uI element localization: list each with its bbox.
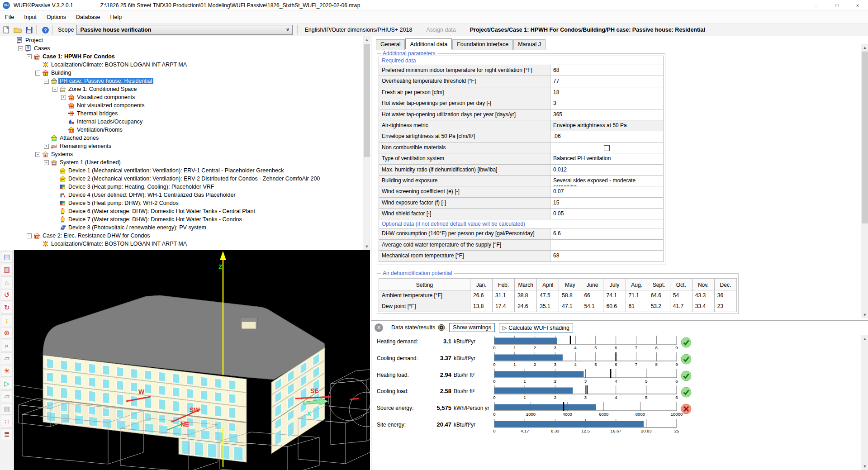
parameter-value[interactable]: 68 xyxy=(550,65,663,76)
grid-tool[interactable]: ▦ xyxy=(1,403,13,415)
calculate-wufi-shading-button[interactable]: ▷ Calculate WUFI shading xyxy=(499,323,573,332)
tree-item-label[interactable]: Localization/Climate: BOSTON LOGAN INT A… xyxy=(50,62,188,68)
parameter-value[interactable]: 68 xyxy=(550,251,663,261)
parameter-value[interactable]: 0.07 xyxy=(550,186,663,197)
scope-dropdown[interactable]: Passive house verification ∨ xyxy=(76,25,293,35)
tree-item-label[interactable]: Building xyxy=(50,70,72,76)
cell-value[interactable]: 33.4 xyxy=(693,301,715,312)
close-results-icon[interactable]: ✕ xyxy=(375,323,383,332)
cell-value[interactable]: 71.1 xyxy=(626,290,648,301)
tree-item-label[interactable]: Cases xyxy=(33,45,51,52)
cell-value[interactable]: 64.6 xyxy=(648,290,670,301)
tree-expand-collapse-icon[interactable]: − xyxy=(52,87,57,92)
cell-value[interactable]: 60.6 xyxy=(603,301,626,312)
scroll-up-icon[interactable]: ▲ xyxy=(861,44,868,51)
tree-item-label[interactable]: Ventilation/Rooms xyxy=(76,127,124,133)
points-tool[interactable]: ∷ xyxy=(1,416,13,427)
cell-value[interactable]: 43.3 xyxy=(693,290,715,301)
rotate-x-tool[interactable]: ↺ xyxy=(1,289,13,301)
tree-expand-collapse-icon[interactable]: − xyxy=(44,160,49,165)
minimize-button[interactable]: – xyxy=(806,0,826,11)
results-scrollbar[interactable]: ▲ ▼ xyxy=(861,335,868,470)
parameter-value[interactable]: 6.6 xyxy=(550,228,663,239)
tree-item-label[interactable]: PH case: Passive house: Residential xyxy=(58,78,153,84)
rotate-y-tool[interactable]: ↻ xyxy=(1,302,13,313)
assign-data-button[interactable]: Assign data xyxy=(426,27,455,33)
cell-value[interactable]: 74.1 xyxy=(603,290,626,301)
tree-item-label[interactable]: Systems xyxy=(50,151,74,157)
tree-scrollbar[interactable]: ▲ ▼ xyxy=(363,36,370,250)
tree-expand-collapse-icon[interactable]: − xyxy=(18,46,23,51)
cell-value[interactable]: 58.8 xyxy=(559,290,581,301)
show-warnings-button[interactable]: Show warnings xyxy=(449,323,495,332)
cell-value[interactable]: 23 xyxy=(715,301,736,312)
menu-item-input[interactable]: Input xyxy=(19,11,42,24)
tree-item-label[interactable]: Thermal bridges xyxy=(76,110,119,117)
parameter-value[interactable]: 3 xyxy=(550,98,663,109)
tree-item-label[interactable]: Project xyxy=(24,37,44,43)
parameter-value[interactable] xyxy=(550,240,663,250)
tree-item-label[interactable]: Device 3 (Heat pump: Heating, Cooling): … xyxy=(67,184,215,190)
tab-additional-data[interactable]: Additional data xyxy=(405,38,452,49)
tree-item-label[interactable]: Device 2 (Mechanical ventilation: Ventil… xyxy=(67,176,321,182)
tree-expand-collapse-icon[interactable]: − xyxy=(35,71,40,76)
cell-value[interactable]: 36 xyxy=(715,290,736,301)
new-file-icon[interactable] xyxy=(1,25,11,35)
maximize-button[interactable]: □ xyxy=(826,0,847,11)
tree-item-label[interactable]: Device 5 (Heat pump: DHW): WH-2 Condos xyxy=(67,200,180,206)
parameter-value[interactable]: 0.012 xyxy=(550,165,663,175)
tree-item-label[interactable]: Internal Loads/Occupancy xyxy=(76,119,144,125)
visualization-report-tool[interactable]: ▤ xyxy=(1,251,13,263)
cell-value[interactable]: 53.2 xyxy=(648,301,670,312)
tree-item-label[interactable]: Remaining elements xyxy=(58,143,113,149)
menu-item-help[interactable]: Help xyxy=(105,11,127,24)
scroll-down-icon[interactable]: ▼ xyxy=(861,463,868,470)
close-button[interactable]: × xyxy=(847,0,868,11)
tab-foundation-interface[interactable]: Foundation interface xyxy=(452,39,513,50)
open-file-icon[interactable] xyxy=(13,25,23,35)
zoom-tool[interactable]: ⌕ xyxy=(1,340,13,351)
menu-item-file[interactable]: File xyxy=(0,11,19,24)
tree-item-label[interactable]: Not visualized components xyxy=(76,102,146,109)
tree-expand-collapse-icon[interactable]: − xyxy=(35,152,40,157)
parameter-value[interactable]: 18 xyxy=(550,87,663,98)
cell-value[interactable]: 26.6 xyxy=(470,290,493,301)
detail-scrollbar[interactable]: ▲ ▼ xyxy=(861,44,868,318)
scroll-down-icon[interactable]: ▼ xyxy=(861,311,868,318)
parameter-value[interactable]: 365 xyxy=(550,109,663,120)
tree-expand-expand-icon[interactable]: + xyxy=(44,144,49,149)
tree-item-label[interactable]: Device 4 (User defined: DHW): WH-1 Centr… xyxy=(67,192,237,198)
cell-value[interactable]: 13.8 xyxy=(470,301,493,312)
tree-item-label[interactable]: Device 8 (Photovoltaic / renewable energ… xyxy=(67,224,208,231)
tree-item-label[interactable]: Zone 1: Conditioned Space xyxy=(67,86,138,92)
cell-value[interactable]: 24.6 xyxy=(515,301,537,312)
tree-item-label[interactable]: Case 2: Elec. Resistance DHW for Condos xyxy=(41,233,152,239)
parameter-value[interactable]: 15 xyxy=(550,198,663,208)
rotate-z-tool[interactable]: ↕ xyxy=(1,314,13,326)
tab-general[interactable]: General xyxy=(376,39,405,50)
cell-value[interactable]: 54.1 xyxy=(581,301,603,312)
building-view-tool[interactable]: ⌂ xyxy=(1,276,13,288)
cell-value[interactable]: 35.1 xyxy=(537,301,559,312)
viewport-3d[interactable]: ZXWSWNESE xyxy=(14,250,370,470)
component-levels-tool[interactable]: ▥ xyxy=(1,264,13,275)
cell-value[interactable]: 31.1 xyxy=(493,290,515,301)
cell-value[interactable]: 38.8 xyxy=(515,290,537,301)
tree-item-label[interactable]: Device 1 (Mechanical ventilation: Ventil… xyxy=(67,167,285,174)
tree-item-label[interactable]: Case 1: HPWH For Condos xyxy=(41,53,116,60)
tree-item-label[interactable]: Attached zones xyxy=(58,135,100,141)
parameter-value[interactable]: 0.05 xyxy=(550,209,663,219)
compass-tool[interactable]: ✳ xyxy=(1,365,13,377)
menu-item-database[interactable]: Database xyxy=(71,11,105,24)
polygon-tool[interactable]: ▱ xyxy=(1,352,13,364)
parameter-value[interactable] xyxy=(550,142,663,153)
tree-item-label[interactable]: Device 7 (Water storage: DHW): Domestic … xyxy=(67,216,243,223)
tree-item-label[interactable]: Visualized components xyxy=(76,94,136,100)
tree-expand-collapse-icon[interactable]: − xyxy=(44,79,49,84)
scroll-down-icon[interactable]: ▼ xyxy=(363,243,370,250)
tree-expand-collapse-icon[interactable]: − xyxy=(27,233,32,238)
parameter-value[interactable]: Envelope airtightness at 50 Pa xyxy=(550,120,663,131)
surface-normal-tool[interactable]: ▷ xyxy=(1,378,13,389)
parameter-value[interactable]: Several sides exposed - moderate screeni… xyxy=(550,176,663,186)
save-icon[interactable] xyxy=(24,25,34,35)
